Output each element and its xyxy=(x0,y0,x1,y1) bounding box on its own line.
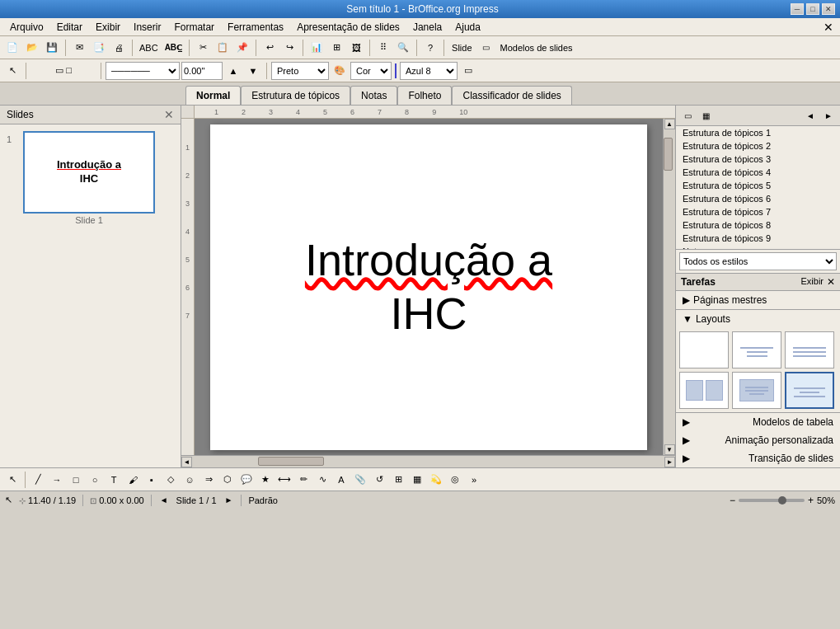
color-select[interactable]: Preto xyxy=(271,62,329,80)
scroll-track-h[interactable] xyxy=(192,456,664,467)
cor-select[interactable]: Cor xyxy=(350,62,392,80)
style-item[interactable]: Estrutura de tópicos 4 xyxy=(676,166,840,179)
paste-button[interactable]: 📌 xyxy=(233,39,251,57)
scroll-right-btn[interactable]: ► xyxy=(664,457,675,467)
window-controls[interactable]: ─ □ ✕ xyxy=(791,3,835,15)
layout-4[interactable] xyxy=(679,372,729,409)
text-tool-btn[interactable]: T xyxy=(105,471,123,489)
layout-3[interactable] xyxy=(785,331,834,368)
position-input[interactable] xyxy=(181,62,223,80)
exibir-btn[interactable]: Exibir xyxy=(800,276,824,288)
style-item[interactable]: Estrutura de tópicos 3 xyxy=(676,153,840,166)
select-tool-btn[interactable]: ↖ xyxy=(3,471,21,489)
paint-tool-btn[interactable]: 🖌 xyxy=(124,471,142,489)
scroll-left-btn[interactable]: ◄ xyxy=(181,457,192,467)
menu-janela[interactable]: Janela xyxy=(406,20,448,35)
minimize-button[interactable]: ─ xyxy=(791,3,804,15)
scroll-thumb-h[interactable] xyxy=(258,457,324,466)
layout-6[interactable] xyxy=(785,372,834,409)
style-item[interactable]: Estrutura de tópicos 7 xyxy=(676,205,840,218)
ellipse-tool-btn[interactable]: ○ xyxy=(86,471,104,489)
rp-btn2[interactable]: ▦ xyxy=(697,107,714,124)
fromfile-tool-btn[interactable]: 📎 xyxy=(351,471,369,489)
menu-editar[interactable]: Editar xyxy=(50,20,89,35)
animacao-section[interactable]: ▶ Animação personalizada xyxy=(676,431,840,449)
scroll-track-v[interactable] xyxy=(664,129,675,444)
spell-button[interactable]: ABC xyxy=(137,39,161,57)
slide-thumb-1[interactable]: 1 Introdução aIHC Slide 1 xyxy=(7,131,174,225)
arrow3-tool-btn[interactable]: ⇒ xyxy=(199,471,218,489)
grid-button[interactable]: ⠿ xyxy=(374,39,392,57)
rp-btn1[interactable]: ▭ xyxy=(679,107,696,124)
zoom-in-btn[interactable]: + xyxy=(808,495,814,506)
menubar-close-icon[interactable]: ✕ xyxy=(820,21,837,34)
menu-ajuda[interactable]: Ajuda xyxy=(448,20,487,35)
rect-tool-btn[interactable]: □ xyxy=(67,471,85,489)
layouts-section[interactable]: ▼ Layouts xyxy=(676,310,840,328)
scroll-thumb-v[interactable] xyxy=(664,138,673,171)
color-picker-btn[interactable]: 🎨 xyxy=(331,62,349,80)
line-tool-btn[interactable]: ╱ xyxy=(29,471,47,489)
pos-up-btn[interactable]: ▲ xyxy=(224,62,242,80)
rotate-tool-btn[interactable]: ↺ xyxy=(370,471,388,489)
print-button[interactable]: 🖨 xyxy=(110,39,128,57)
style-item[interactable]: Estrutura de tópicos 6 xyxy=(676,192,840,205)
pos-down-btn[interactable]: ▼ xyxy=(244,62,262,80)
azul-select[interactable]: Azul 8 xyxy=(400,62,458,80)
chart-button[interactable]: 📊 xyxy=(307,39,326,57)
pencil-tool-btn[interactable]: ✏ xyxy=(294,471,312,489)
zoom-slider[interactable] xyxy=(739,499,805,502)
modelos-tabela-section[interactable]: ▶ Modelos de tabela xyxy=(676,413,840,431)
scroll-up-btn[interactable]: ▲ xyxy=(664,119,675,129)
transicao-section[interactable]: ▶ Transição de slides xyxy=(676,449,840,467)
fill-btn[interactable]: ▭ xyxy=(459,62,477,80)
menu-ferramentas[interactable]: Ferramentas xyxy=(221,20,290,35)
close-button[interactable]: ✕ xyxy=(822,3,835,15)
scroll-down-btn[interactable]: ▼ xyxy=(664,444,675,455)
scrollbar-horizontal[interactable]: ◄ ► xyxy=(181,455,675,467)
spell2-button[interactable]: ABC̲ xyxy=(162,39,185,57)
undo-button[interactable]: ↩ xyxy=(260,39,279,57)
tab-normal[interactable]: Normal xyxy=(185,86,241,105)
slides-list[interactable]: 1 Introdução aIHC Slide 1 xyxy=(0,124,181,467)
nav-tool-btn[interactable]: ◎ xyxy=(446,471,464,489)
next-slide-btn[interactable]: ► xyxy=(223,495,235,505)
prev-slide-btn[interactable]: ◄ xyxy=(158,495,170,505)
tarefas-close-btn[interactable]: ✕ xyxy=(827,276,835,288)
style-item[interactable]: Estrutura de tópicos 8 xyxy=(676,218,840,232)
style-item[interactable]: Estrutura de tópicos 2 xyxy=(676,139,840,153)
rp-styles-list[interactable]: Estrutura de tópicos 1 Estrutura de tópi… xyxy=(676,126,840,250)
tab-notas[interactable]: Notas xyxy=(350,86,397,105)
line-style-select[interactable]: ────── xyxy=(106,62,180,80)
tab-folheto[interactable]: Folheto xyxy=(397,86,452,105)
select-btn[interactable]: ↖ xyxy=(3,62,21,80)
slides-close-btn[interactable]: ✕ xyxy=(164,108,174,121)
menu-inserir[interactable]: Inserir xyxy=(127,20,167,35)
scrollbar-vertical[interactable]: ▲ ▼ xyxy=(663,119,675,455)
new-button[interactable]: 📄 xyxy=(3,39,21,57)
zoom-thumb[interactable] xyxy=(778,496,786,505)
menu-apresentacao[interactable]: Apresentação de slides xyxy=(290,20,406,35)
tab-estrutura[interactable]: Estrutura de tópicos xyxy=(241,86,350,105)
slide-canvas[interactable]: Introdução a IHC xyxy=(210,124,647,450)
cut-button[interactable]: ✂ xyxy=(194,39,212,57)
zoom-out-btn[interactable]: − xyxy=(730,495,735,506)
copy-button[interactable]: 📋 xyxy=(214,39,232,57)
menu-exibir[interactable]: Exibir xyxy=(89,20,127,35)
connector-tool-btn[interactable]: ⟷ xyxy=(275,471,293,489)
photo-button[interactable]: 🖼 xyxy=(347,39,365,57)
paginas-mestres-section[interactable]: ▶ Páginas mestres xyxy=(676,291,840,309)
layout-5[interactable] xyxy=(732,372,781,409)
rp-filter-select[interactable]: Todos os estilos xyxy=(679,252,837,270)
maximize-button[interactable]: □ xyxy=(806,3,819,15)
tab-classificador[interactable]: Classificador de slides xyxy=(452,86,571,105)
more-tool-btn[interactable]: » xyxy=(465,471,483,489)
slide-btn[interactable]: ▭ xyxy=(477,39,495,57)
menu-arquivo[interactable]: Arquivo xyxy=(3,20,50,35)
layout-blank[interactable] xyxy=(679,331,729,368)
redo-button[interactable]: ↪ xyxy=(280,39,298,57)
style-item[interactable]: Estrutura de tópicos 5 xyxy=(676,179,840,192)
callout-tool-btn[interactable]: 💬 xyxy=(237,471,256,489)
style-item[interactable]: Estrutura de tópicos 9 xyxy=(676,232,840,245)
flowchart-tool-btn[interactable]: ⬡ xyxy=(218,471,237,489)
